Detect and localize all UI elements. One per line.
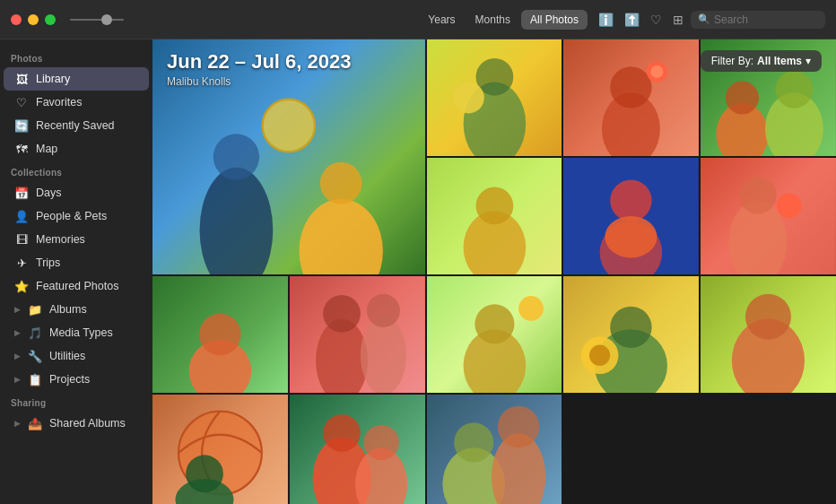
svg-point-38 bbox=[361, 316, 406, 393]
svg-rect-52 bbox=[152, 395, 288, 504]
sidebar-item-days[interactable]: 📅 Days bbox=[4, 181, 149, 204]
sidebar-item-favorites[interactable]: ♡ Favorites bbox=[4, 91, 149, 114]
sidebar: Photos 🖼 Library ♡ Favorites 🔄 Recently … bbox=[0, 39, 152, 504]
svg-point-39 bbox=[367, 294, 400, 327]
photo-cell[interactable] bbox=[427, 158, 562, 274]
svg-rect-24 bbox=[563, 158, 699, 274]
sidebar-item-media-types[interactable]: ▶ 🎵 Media Types bbox=[4, 321, 149, 344]
close-button[interactable] bbox=[11, 14, 22, 25]
sidebar-item-albums[interactable]: ▶ 📁 Albums bbox=[4, 298, 149, 321]
share-icon[interactable]: ⬆️ bbox=[624, 13, 640, 27]
svg-point-1 bbox=[200, 168, 274, 274]
search-box[interactable]: 🔍 bbox=[691, 11, 825, 29]
svg-point-55 bbox=[176, 479, 234, 504]
svg-point-64 bbox=[454, 422, 493, 462]
sidebar-label-projects: Projects bbox=[49, 373, 138, 386]
sidebar-item-memories[interactable]: 🎞 Memories bbox=[4, 228, 149, 251]
sidebar-label-favorites: Favorites bbox=[36, 96, 138, 109]
trips-icon: ✈ bbox=[14, 256, 29, 270]
svg-point-59 bbox=[323, 414, 361, 452]
sidebar-label-media-types: Media Types bbox=[49, 326, 138, 339]
zoom-slider[interactable] bbox=[70, 19, 124, 21]
sidebar-item-projects[interactable]: ▶ 📋 Projects bbox=[4, 368, 149, 391]
photo-grid bbox=[152, 39, 836, 504]
info-icon[interactable]: ℹ️ bbox=[598, 13, 614, 27]
svg-rect-32 bbox=[152, 276, 288, 393]
tab-all-photos[interactable]: All Photos bbox=[521, 10, 588, 30]
sidebar-label-library: Library bbox=[36, 73, 138, 85]
sidebar-label-featured-photos: Featured Photos bbox=[36, 280, 138, 292]
sidebar-item-featured-photos[interactable]: ⭐ Featured Photos bbox=[4, 274, 149, 298]
tab-months[interactable]: Months bbox=[466, 10, 519, 30]
tab-years[interactable]: Years bbox=[419, 10, 464, 30]
sidebar-label-albums: Albums bbox=[49, 303, 138, 316]
maximize-button[interactable] bbox=[45, 14, 56, 25]
svg-point-4 bbox=[320, 162, 362, 204]
svg-point-5 bbox=[263, 100, 315, 152]
projects-icon: 📋 bbox=[28, 372, 42, 387]
sidebar-item-shared-albums[interactable]: ▶ 📤 Shared Albums bbox=[4, 412, 149, 435]
svg-point-31 bbox=[777, 193, 802, 218]
photo-cell[interactable] bbox=[427, 276, 562, 393]
sidebar-section-photos: Photos bbox=[0, 47, 152, 67]
svg-point-53 bbox=[179, 412, 262, 495]
svg-point-43 bbox=[518, 296, 544, 321]
library-icon: 🖼 bbox=[14, 72, 29, 86]
svg-point-48 bbox=[589, 345, 610, 366]
photo-cell[interactable] bbox=[152, 395, 288, 504]
nav-tabs: Years Months All Photos bbox=[419, 10, 588, 30]
svg-point-63 bbox=[442, 448, 505, 504]
minimize-button[interactable] bbox=[28, 14, 39, 25]
svg-point-50 bbox=[732, 319, 805, 393]
svg-point-12 bbox=[602, 92, 660, 156]
photo-cell[interactable] bbox=[290, 276, 425, 393]
svg-rect-62 bbox=[427, 395, 562, 504]
sidebar-item-map[interactable]: 🗺 Map bbox=[4, 137, 149, 161]
photo-cell[interactable] bbox=[563, 276, 699, 393]
svg-point-30 bbox=[739, 177, 777, 214]
sidebar-item-people-pets[interactable]: 👤 People & Pets bbox=[4, 204, 149, 228]
favorites-icon: ♡ bbox=[14, 95, 29, 109]
svg-point-26 bbox=[600, 222, 663, 274]
sidebar-item-recently-saved[interactable]: 🔄 Recently Saved bbox=[4, 114, 149, 137]
heart-icon[interactable]: ♡ bbox=[650, 13, 662, 27]
photo-cell[interactable] bbox=[563, 158, 699, 274]
svg-point-17 bbox=[717, 103, 769, 156]
people-pets-icon: 👤 bbox=[14, 209, 29, 223]
sidebar-label-utilities: Utilities bbox=[49, 350, 138, 362]
photo-cell[interactable] bbox=[701, 158, 836, 274]
date-range: Jun 22 – Jul 6, 2023 bbox=[167, 50, 351, 74]
content-header: Jun 22 – Jul 6, 2023 Malibu Knolls Filte… bbox=[152, 39, 836, 95]
photo-cell[interactable] bbox=[427, 395, 562, 504]
shared-albums-chevron: ▶ bbox=[14, 419, 21, 428]
search-input[interactable] bbox=[714, 13, 818, 26]
date-location: Jun 22 – Jul 6, 2023 Malibu Knolls bbox=[167, 50, 351, 88]
svg-point-66 bbox=[497, 406, 538, 448]
utilities-icon: 🔧 bbox=[28, 349, 42, 363]
svg-point-23 bbox=[475, 187, 513, 225]
sidebar-item-trips[interactable]: ✈ Trips bbox=[4, 251, 149, 274]
sidebar-item-utilities[interactable]: ▶ 🔧 Utilities bbox=[4, 344, 149, 368]
filter-button[interactable]: Filter By: All Items ▾ bbox=[701, 50, 822, 72]
grid-icon[interactable]: ⊞ bbox=[673, 13, 684, 27]
sidebar-label-recently-saved: Recently Saved bbox=[36, 119, 138, 132]
svg-point-61 bbox=[363, 425, 398, 460]
svg-point-58 bbox=[312, 438, 370, 504]
sidebar-label-days: Days bbox=[36, 187, 138, 199]
svg-point-2 bbox=[213, 134, 259, 179]
photo-cell[interactable] bbox=[152, 276, 288, 393]
media-types-chevron: ▶ bbox=[14, 328, 21, 337]
window-controls bbox=[11, 14, 56, 25]
sidebar-label-trips: Trips bbox=[36, 256, 138, 269]
photo-cell[interactable] bbox=[290, 395, 425, 504]
shared-albums-icon: 📤 bbox=[28, 416, 42, 430]
svg-rect-57 bbox=[290, 395, 425, 504]
svg-rect-44 bbox=[563, 276, 699, 393]
photo-cell[interactable] bbox=[701, 276, 836, 393]
svg-point-60 bbox=[355, 448, 407, 504]
sidebar-label-map: Map bbox=[36, 143, 138, 155]
sidebar-item-library[interactable]: 🖼 Library bbox=[4, 67, 149, 91]
albums-icon: 📁 bbox=[28, 302, 42, 317]
svg-rect-21 bbox=[427, 158, 562, 274]
media-types-icon: 🎵 bbox=[28, 326, 42, 340]
